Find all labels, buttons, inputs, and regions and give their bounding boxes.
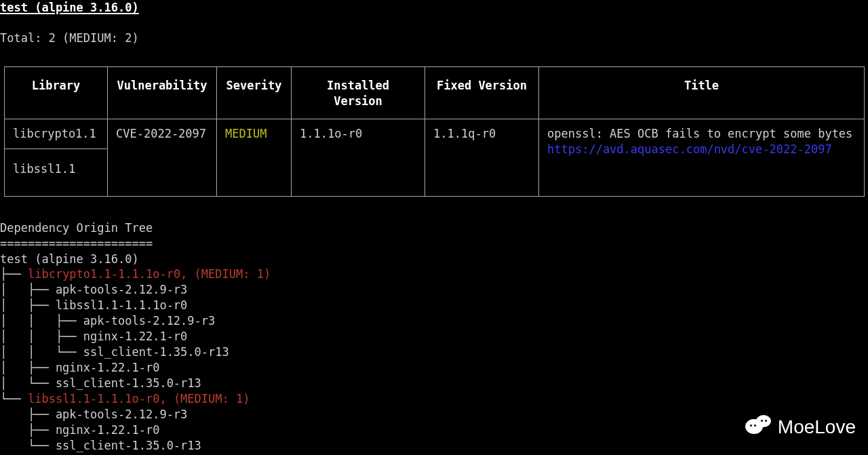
- tree-branch: ├──: [0, 267, 28, 281]
- tree-line: │ ├── apk-tools-2.12.9-r3: [0, 283, 187, 296]
- vulnerability-table: Library Vulnerability Severity Installed…: [4, 66, 865, 197]
- tree-heading: Dependency Origin Tree: [0, 221, 153, 235]
- table-header-row: Library Vulnerability Severity Installed…: [5, 66, 865, 119]
- vuln-title-link[interactable]: https://avd.aquasec.com/nvd/cve-2022-209…: [547, 142, 832, 156]
- cell-installed: 1.1.1o-r0: [292, 119, 425, 196]
- col-vulnerability: Vulnerability: [108, 66, 217, 119]
- tree-line: │ │ ├── nginx-1.22.1-r0: [0, 330, 187, 343]
- tree-vuln-node: libcrypto1.1-1.1.1o-r0, (MEDIUM: 1): [28, 267, 271, 281]
- scan-target-header: test (alpine 3.16.0): [0, 0, 139, 16]
- vuln-title-text: openssl: AES OCB fails to encrypt some b…: [547, 127, 852, 140]
- severity-medium: MEDIUM: [225, 127, 267, 140]
- cell-title: openssl: AES OCB fails to encrypt some b…: [539, 119, 865, 196]
- col-installed: Installed Version: [292, 66, 425, 119]
- watermark-text: MoeLove: [778, 414, 856, 440]
- tree-line: │ ├── nginx-1.22.1-r0: [0, 361, 159, 374]
- tree-line: ├── nginx-1.22.1-r0: [0, 423, 159, 437]
- totals-line: Total: 2 (MEDIUM: 2): [0, 31, 868, 46]
- cell-vulnerability: CVE-2022-2097: [108, 119, 217, 196]
- tree-separator: ======================: [0, 237, 153, 250]
- watermark: MoeLove: [745, 414, 856, 440]
- tree-line: │ │ ├── apk-tools-2.12.9-r3: [0, 314, 215, 328]
- tree-root: test (alpine 3.16.0): [0, 252, 139, 266]
- tree-line: │ │ └── ssl_client-1.35.0-r13: [0, 345, 229, 359]
- cell-severity: MEDIUM: [217, 119, 292, 196]
- tree-line: └── ssl_client-1.35.0-r13: [0, 439, 201, 452]
- table-row: libcrypto1.1 CVE-2022-2097 MEDIUM 1.1.1o…: [5, 119, 865, 149]
- col-library: Library: [5, 66, 108, 119]
- cell-library: libcrypto1.1: [5, 119, 108, 149]
- tree-line: │ └── ssl_client-1.35.0-r13: [0, 376, 201, 390]
- dependency-tree: Dependency Origin Tree =================…: [0, 220, 868, 454]
- tree-line: ├── apk-tools-2.12.9-r3: [0, 408, 187, 421]
- tree-branch: └──: [0, 392, 28, 405]
- tree-vuln-node: libssl1.1-1.1.1o-r0, (MEDIUM: 1): [28, 392, 250, 405]
- cell-fixed: 1.1.1q-r0: [425, 119, 539, 196]
- col-fixed: Fixed Version: [425, 66, 539, 119]
- tree-line: │ ├── libssl1.1-1.1.1o-r0: [0, 298, 187, 312]
- col-title: Title: [539, 66, 865, 119]
- col-severity: Severity: [217, 66, 292, 119]
- cell-library: libssl1.1: [5, 149, 108, 196]
- wechat-icon: [745, 415, 772, 439]
